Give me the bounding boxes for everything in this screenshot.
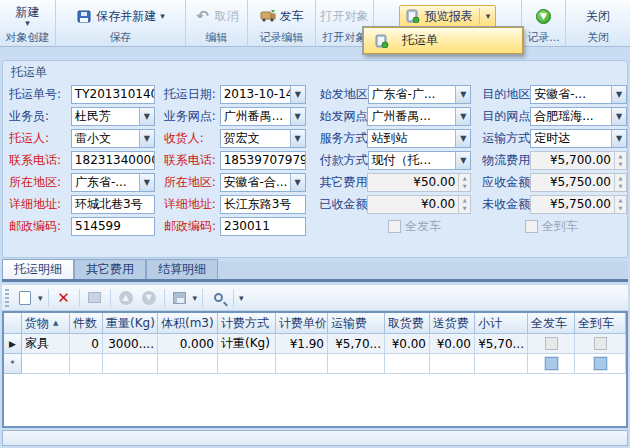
logistics-fee-spinner[interactable]: ¥5,700.00▲▼: [530, 151, 627, 170]
cell-delivery-fee[interactable]: ¥0.00: [430, 334, 475, 354]
chevron-down-icon[interactable]: ▼: [139, 108, 154, 125]
dispatch-label: 发车: [280, 8, 304, 25]
col-unit-price[interactable]: 计费单价: [276, 313, 328, 334]
table-row[interactable]: ▶ 家具 0 3000.... 0.000 计重(Kg) ¥1.90 ¥5,70…: [4, 334, 626, 354]
new-button[interactable]: 新建 ▾: [10, 3, 46, 30]
consignor-region-dropdown[interactable]: 广东省-...▼: [71, 173, 155, 192]
close-button[interactable]: 关闭: [580, 5, 616, 28]
chevron-down-icon[interactable]: ▾: [160, 12, 165, 20]
new-row[interactable]: *: [4, 354, 626, 374]
origin-region-dropdown[interactable]: 广东省-广...▼: [368, 85, 472, 104]
cell-all-arrived[interactable]: [575, 334, 626, 354]
cell-billing-mode[interactable]: 计重(Kg): [218, 334, 276, 354]
all-arrived-checkbox: [525, 220, 538, 233]
col-pickup-fee[interactable]: 取货费: [385, 313, 430, 334]
col-goods[interactable]: 货物▲: [22, 313, 70, 334]
origin-outlet-dropdown[interactable]: 广州番禺...▼: [367, 107, 471, 126]
cell-transport-fee[interactable]: ¥5,70...: [328, 334, 385, 354]
all-dispatched-checkbox: [388, 220, 401, 233]
shipping-detail-grid: 货物▲ 件数 重量(Kg) 体积(m3) 计费方式 计费单价 运输费 取货费 送…: [2, 311, 628, 428]
consignee-dropdown[interactable]: 贺宏文▼: [220, 129, 306, 148]
consignor-dropdown[interactable]: 雷小文▼: [71, 129, 155, 148]
col-delivery-fee[interactable]: 送货费: [430, 313, 475, 334]
toolbar-overflow-icon[interactable]: ▾: [239, 294, 244, 302]
add-row-button[interactable]: [15, 288, 35, 308]
tab-shipping-detail[interactable]: 托运明细: [2, 259, 74, 279]
checkbox-label: 全发车: [405, 218, 441, 235]
dest-outlet-dropdown[interactable]: 合肥瑶海...▼: [530, 107, 627, 126]
chevron-down-icon[interactable]: ▾: [25, 19, 30, 27]
checkbox-icon: [545, 337, 558, 350]
chevron-down-icon[interactable]: ▾: [193, 294, 198, 302]
consignee-zip-input[interactable]: 230011: [220, 217, 306, 236]
chevron-down-icon[interactable]: ▼: [611, 86, 626, 103]
tab-settlement-detail[interactable]: 结算明细: [146, 259, 218, 279]
payment-mode-dropdown[interactable]: 现付（托...▼: [368, 151, 472, 170]
chevron-down-icon[interactable]: ▼: [611, 130, 626, 147]
preview-report-button[interactable]: 预览报表 ▾: [399, 5, 497, 28]
cell-all-dispatched[interactable]: [528, 334, 575, 354]
delete-row-button[interactable]: ✕: [54, 288, 74, 308]
consignor-address-input[interactable]: 环城北巷3号: [71, 195, 155, 214]
current-row-indicator: ▶: [4, 334, 22, 354]
cell-weight[interactable]: 3000....: [103, 334, 158, 354]
col-all-arrived[interactable]: 全到车: [575, 313, 626, 334]
spinner-arrows-icon[interactable]: ▲▼: [614, 152, 626, 169]
ship-date-dropdown[interactable]: 2013-10-14▼: [220, 85, 306, 104]
col-weight[interactable]: 重量(Kg): [103, 313, 158, 334]
chevron-down-icon[interactable]: ▼: [290, 130, 305, 147]
consignment-no-input[interactable]: TY201310140: [71, 85, 155, 104]
chevron-down-icon[interactable]: ▼: [611, 108, 626, 125]
chevron-down-icon[interactable]: ▼: [290, 108, 305, 125]
menu-item-consignment-note[interactable]: 托运单: [402, 32, 438, 49]
dest-region-dropdown[interactable]: 安徽省-...▼: [530, 85, 627, 104]
col-volume[interactable]: 体积(m3): [158, 313, 218, 334]
consignor-phone-input[interactable]: 18231340000: [71, 151, 155, 170]
toolbar-grip[interactable]: [5, 289, 9, 307]
chevron-down-icon[interactable]: ▼: [455, 86, 470, 103]
business-outlet-dropdown[interactable]: 广州番禺...▼: [220, 107, 306, 126]
export-button[interactable]: [170, 288, 190, 308]
dispatch-button[interactable]: 发车: [254, 5, 310, 28]
cell-unit-price[interactable]: ¥1.90: [276, 334, 328, 354]
chevron-down-icon[interactable]: ▼: [455, 108, 470, 125]
salesperson-dropdown[interactable]: 杜民芳▼: [71, 107, 155, 126]
chevron-down-icon[interactable]: ▼: [290, 86, 305, 103]
save-and-new-button[interactable]: 保存并新建 ▾: [70, 5, 171, 28]
field-label: 物流费用:: [482, 152, 530, 169]
col-subtotal[interactable]: 小计: [475, 313, 528, 334]
cell-pieces[interactable]: 0: [70, 334, 103, 354]
record-action-button[interactable]: ▼: [530, 6, 557, 27]
chevron-down-icon[interactable]: ▼: [139, 130, 154, 147]
checkbox-icon: [594, 337, 607, 350]
field-label: 已收金额:: [320, 196, 368, 213]
search-button[interactable]: [208, 288, 228, 308]
tab-other-fees[interactable]: 其它费用: [74, 259, 146, 279]
chevron-down-icon[interactable]: ▾: [486, 12, 491, 20]
save-and-new-label: 保存并新建: [96, 8, 156, 25]
checkbox-label: 全到车: [542, 218, 578, 235]
col-transport-fee[interactable]: 运输费: [328, 313, 385, 334]
consignee-address-input[interactable]: 长江东路3号: [220, 195, 306, 214]
ribbon-group-close: 关闭 关闭: [566, 0, 630, 46]
chevron-down-icon[interactable]: ▼: [455, 130, 470, 147]
service-mode-dropdown[interactable]: 站到站▼: [367, 129, 471, 148]
cell-pickup-fee[interactable]: ¥0.00: [385, 334, 430, 354]
chevron-down-icon[interactable]: ▼: [455, 152, 470, 169]
field-label: 运输方式:: [482, 130, 530, 147]
cell-subtotal[interactable]: ¥5,70...: [475, 334, 528, 354]
transport-mode-dropdown[interactable]: 定时达▼: [530, 129, 627, 148]
cell-goods[interactable]: 家具: [22, 334, 70, 354]
chevron-down-icon[interactable]: ▾: [38, 294, 43, 302]
col-pieces[interactable]: 件数: [70, 313, 103, 334]
cell-volume[interactable]: 0.000: [158, 334, 218, 354]
other-fee-spinner: ¥50.00▲▼: [367, 173, 471, 192]
consignor-zip-input[interactable]: 514599: [71, 217, 155, 236]
consignee-region-dropdown[interactable]: 安徽省-合...▼: [220, 173, 306, 192]
chevron-down-icon[interactable]: ▼: [290, 174, 305, 191]
consignee-phone-input[interactable]: 18539707979: [220, 151, 306, 170]
chevron-down-icon[interactable]: ▼: [139, 174, 154, 191]
up-arrow-icon: ▲: [119, 291, 133, 305]
col-all-dispatched[interactable]: 全发车: [528, 313, 575, 334]
col-billing-mode[interactable]: 计费方式: [218, 313, 276, 334]
